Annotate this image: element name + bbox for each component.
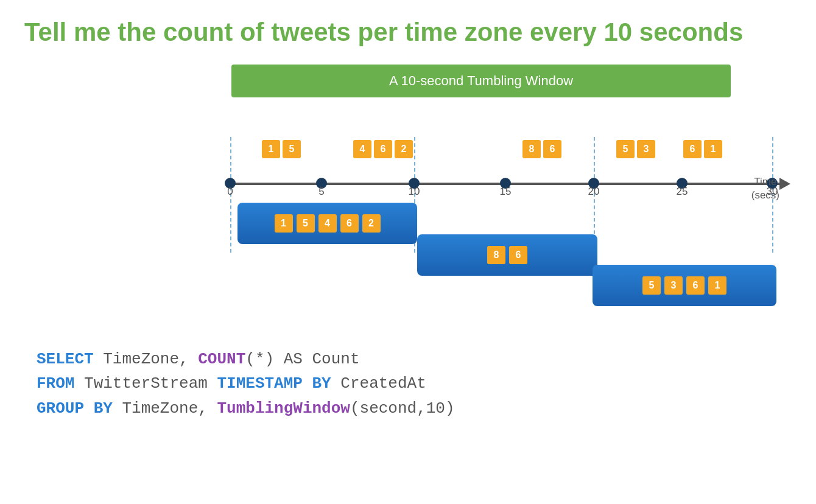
badge: 6 (374, 140, 392, 158)
badge: 6 (683, 140, 702, 158)
time-label-10: 10 (409, 186, 420, 198)
sql-text: TimeZone, (94, 350, 199, 368)
badge: 2 (362, 214, 381, 233)
time-label-25: 25 (677, 186, 688, 198)
badge: 5 (616, 140, 635, 158)
sql-text (84, 399, 94, 418)
badge: 3 (664, 276, 683, 295)
time-label-20: 20 (588, 186, 600, 198)
badge: 5 (297, 214, 315, 233)
badge: 1 (275, 214, 293, 233)
badge: 1 (704, 140, 722, 158)
badge: 6 (543, 140, 561, 158)
sql-text: (*) AS Count (245, 350, 359, 368)
badge: 6 (509, 246, 527, 264)
badge: 1 (708, 276, 726, 295)
badge: 1 (262, 140, 280, 158)
sql-keyword-tumbling: TumblingWindow (217, 399, 350, 418)
badge: 8 (487, 246, 505, 264)
badge-group-4: 5 3 (616, 140, 655, 158)
badge: 2 (395, 140, 413, 158)
sql-keyword-by: BY (312, 374, 331, 393)
badge: 5 (283, 140, 301, 158)
sql-keyword-timestamp: TIMESTAMP (217, 374, 302, 393)
time-label-0: 0 (227, 186, 233, 198)
badge-group-5: 6 1 (683, 140, 722, 158)
time-axis-label: Time(secs) (751, 175, 779, 202)
sql-line-1: SELECT TimeZone, COUNT(*) AS Count (37, 347, 779, 371)
sql-text: TimeZone, (113, 399, 217, 418)
badge: 4 (318, 214, 337, 233)
main-container: Tell me the count of tweets per time zon… (0, 0, 816, 504)
page-title: Tell me the count of tweets per time zon… (24, 18, 792, 46)
sql-text: CreatedAt (331, 374, 426, 393)
badge: 6 (686, 276, 705, 295)
badge-group-3: 8 6 (522, 140, 561, 158)
badge: 3 (637, 140, 655, 158)
diagram-area: 1 5 4 6 2 8 6 5 3 6 1 0 5 (24, 103, 792, 335)
window-bar-3: 5 3 6 1 (593, 265, 776, 306)
window-bar-1: 1 5 4 6 2 (237, 203, 417, 244)
sql-keyword-group: GROUP (37, 399, 84, 418)
time-label-5: 5 (318, 186, 324, 198)
sql-keyword-by2: BY (94, 399, 113, 418)
badge-group-2: 4 6 2 (353, 140, 413, 158)
badge: 4 (353, 140, 371, 158)
sql-line-3: GROUP BY TimeZone, TumblingWindow(second… (37, 396, 779, 421)
badge-group-1: 1 5 (262, 140, 301, 158)
sql-keyword-count: COUNT (198, 350, 245, 368)
window-bar-2: 8 6 (417, 234, 597, 276)
sql-line-2: FROM TwitterStream TIMESTAMP BY CreatedA… (37, 371, 779, 396)
badge: 8 (522, 140, 541, 158)
sql-text: (second,10) (350, 399, 455, 418)
badge: 6 (340, 214, 359, 233)
sql-text: TwitterStream (74, 374, 217, 393)
sql-text (303, 374, 312, 393)
window-banner: A 10-second Tumbling Window (231, 65, 731, 97)
time-label-15: 15 (500, 186, 512, 198)
sql-keyword-select: SELECT (37, 350, 94, 368)
sql-area: SELECT TimeZone, COUNT(*) AS Count FROM … (24, 347, 792, 421)
badge: 5 (642, 276, 661, 295)
sql-keyword-from: FROM (37, 374, 74, 393)
